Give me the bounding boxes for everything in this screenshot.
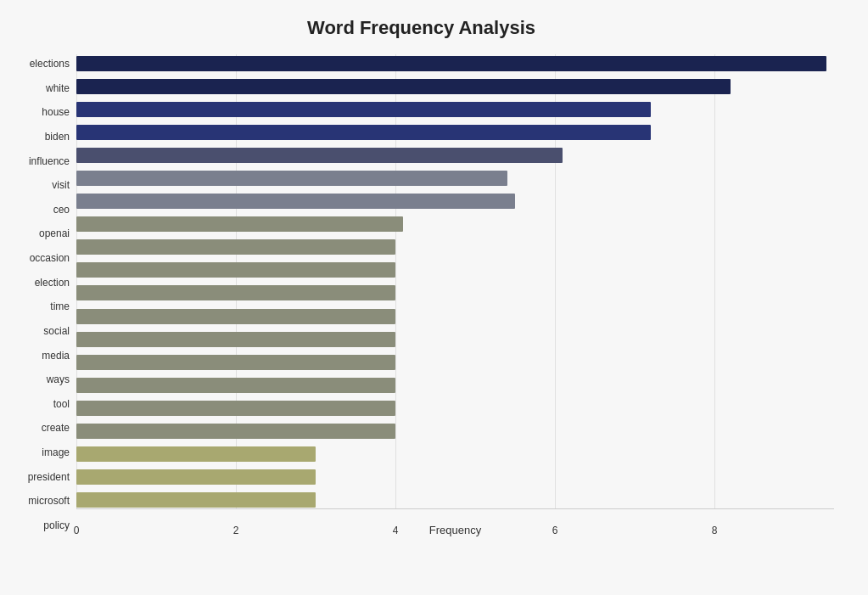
bar-row — [76, 283, 834, 302]
bar-row — [76, 123, 834, 142]
y-axis-label: ways — [47, 370, 70, 389]
chart-container: Word Frequency Analysis electionswhiteho… — [0, 0, 868, 595]
bar-row — [76, 422, 834, 441]
bar — [76, 492, 316, 508]
bar — [76, 355, 395, 370]
y-axis-label: ceo — [53, 200, 70, 219]
bar-row — [76, 54, 834, 73]
chart-title: Word Frequency Analysis — [8, 17, 834, 39]
bar — [76, 194, 515, 209]
y-axis-label: time — [50, 297, 70, 316]
bar-row — [76, 215, 834, 233]
bar — [76, 148, 563, 163]
bar — [76, 332, 395, 347]
y-axis-label: elections — [30, 54, 70, 73]
bar — [76, 309, 395, 324]
bar — [76, 79, 731, 94]
bar-row — [76, 468, 834, 486]
bar — [76, 401, 395, 416]
bar — [76, 239, 395, 255]
bar-row — [76, 307, 834, 326]
y-axis-label: influence — [29, 152, 70, 171]
bar-row — [76, 146, 834, 165]
bar-row — [76, 491, 834, 509]
y-axis-label: image — [42, 443, 70, 462]
bar — [76, 171, 507, 186]
bar-row — [76, 77, 834, 96]
bar-row — [76, 100, 834, 119]
bar-row — [76, 261, 834, 279]
bar — [76, 262, 395, 278]
bar-row — [76, 169, 834, 188]
y-axis-label: white — [46, 79, 70, 98]
y-axis-label: occasion — [30, 249, 70, 267]
bar — [76, 378, 395, 393]
y-axis-label: openai — [39, 224, 70, 243]
bar — [76, 285, 395, 300]
bar — [76, 102, 651, 117]
y-axis-label: microsoft — [28, 491, 70, 510]
y-axis-label: social — [43, 322, 70, 340]
y-axis-label: media — [42, 346, 70, 365]
bar-row — [76, 353, 834, 372]
bar-row — [76, 330, 834, 349]
y-axis-label: tool — [53, 395, 70, 413]
bar-row — [76, 399, 834, 418]
y-axis: electionswhitehousebideninfluencevisitce… — [8, 54, 76, 535]
y-axis-label: biden — [45, 127, 70, 146]
bar — [76, 125, 651, 140]
y-axis-label: house — [42, 103, 70, 121]
bar-row — [76, 238, 834, 256]
bars-container — [76, 54, 834, 509]
y-axis-label: create — [42, 418, 70, 437]
bar — [76, 216, 403, 232]
bar-row — [76, 445, 834, 463]
bar-row — [76, 192, 834, 210]
x-axis-label: Frequency — [76, 524, 834, 536]
y-axis-label: policy — [43, 516, 70, 535]
bar — [76, 446, 316, 462]
bars-wrapper: 02468 Frequency — [76, 54, 834, 535]
bar-row — [76, 376, 834, 395]
y-axis-label: visit — [52, 176, 70, 194]
bar — [76, 424, 395, 439]
axis-line — [76, 508, 834, 509]
bar — [76, 56, 826, 71]
bar — [76, 469, 316, 485]
y-axis-label: election — [35, 273, 70, 292]
y-axis-label: president — [28, 468, 70, 486]
